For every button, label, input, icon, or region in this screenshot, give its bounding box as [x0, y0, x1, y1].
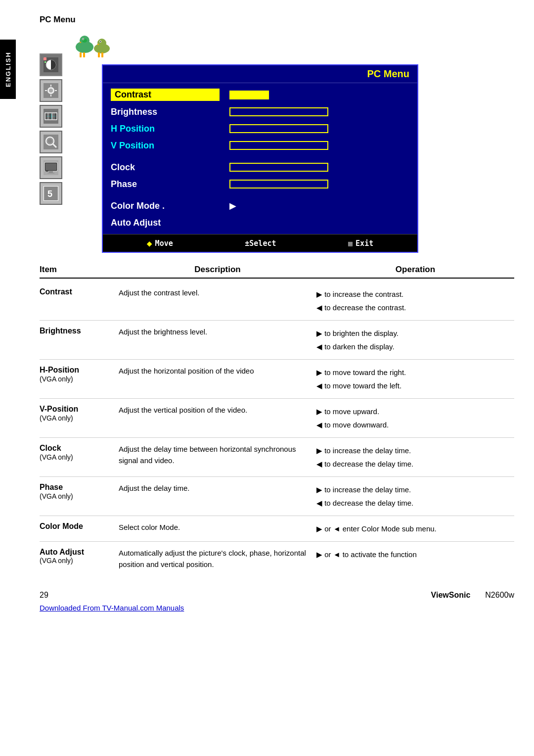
svg-text:5: 5: [47, 189, 52, 199]
table-row: Color Mode Select color Mode. or ◄ enter…: [40, 516, 514, 542]
menu-item-brightness[interactable]: Brightness: [103, 103, 417, 120]
op-hposition-left: to move toward the left.: [316, 379, 514, 392]
spacer-2: [103, 192, 417, 197]
menu-item-clock-label: Clock: [111, 162, 220, 173]
hposition-bar: [229, 124, 328, 133]
desc-autoadjust: Automatically adjust the picture's clock…: [119, 548, 316, 570]
op-hposition: to move toward the right. to move toward…: [316, 366, 514, 392]
menu-item-autoadjust[interactable]: Auto Adjust: [103, 214, 417, 231]
english-tab: ENGLISH: [0, 40, 16, 99]
item-phase-sub: (VGA only): [40, 492, 73, 500]
item-colormode: Color Mode: [40, 522, 119, 531]
spacer-1: [103, 154, 417, 159]
page-number: 29: [40, 591, 48, 600]
exit-label: Exit: [356, 239, 373, 248]
brand-info: ViewSonic N2600w: [431, 591, 514, 600]
item-phase: Phase (VGA only): [40, 483, 119, 501]
phase-bar-container: [229, 180, 409, 189]
menu-item-contrast-label: Contrast: [111, 89, 220, 101]
op-phase-decrease: to decrease the delay time.: [316, 496, 514, 510]
menu-item-colormode[interactable]: Color Mode . ▶: [103, 197, 417, 214]
menu-item-vposition[interactable]: V Position: [103, 137, 417, 154]
item-brightness: Brightness: [40, 327, 119, 335]
vposition-bar-container: [229, 141, 409, 150]
header-operation: Operation: [316, 265, 514, 275]
menu-item-hposition-label: H Position: [111, 124, 220, 134]
menu-item-autoadjust-label: Auto Adjust: [111, 218, 220, 228]
item-clock: Clock (VGA only): [40, 444, 119, 462]
svg-point-42: [100, 41, 101, 42]
menu-item-phase[interactable]: Phase: [103, 176, 417, 192]
move-button: ◆ Move: [147, 238, 173, 248]
select-label: ±Select: [245, 239, 276, 248]
op-colormode-enter: or ◄ enter Color Mode sub menu.: [316, 522, 514, 535]
exit-grid-icon: ▦: [348, 239, 353, 248]
svg-rect-47: [101, 52, 103, 57]
svg-rect-29: [47, 173, 54, 174]
item-clock-sub: (VGA only): [40, 453, 73, 461]
exit-button: ▦ Exit: [348, 239, 373, 248]
table-row: V-Position (VGA only) Adjust the vertica…: [40, 399, 514, 438]
svg-rect-20: [55, 113, 56, 119]
table-header: Item Description Operation: [40, 265, 514, 279]
clock-bar-container: [229, 163, 409, 172]
select-button: ±Select: [245, 239, 276, 248]
desc-colormode: Select color Mode.: [119, 522, 316, 533]
svg-rect-44: [80, 52, 82, 57]
op-autoadjust-activate: or ◄ to activate the function: [316, 548, 514, 561]
item-autoadjust: Auto Adjust (VGA only): [40, 548, 119, 565]
op-contrast-decrease: to decrease the contrast.: [316, 301, 514, 314]
desc-vposition: Adjust the vertical position of the vide…: [119, 405, 316, 416]
contrast-bar: [229, 91, 269, 99]
icon-colormode: 5: [40, 182, 62, 205]
table-row: Contrast Adjust the contrast level. to i…: [40, 282, 514, 321]
svg-rect-46: [98, 52, 100, 57]
op-hposition-right: to move toward the right.: [316, 366, 514, 379]
icon-brightness: [40, 79, 62, 102]
svg-rect-45: [83, 52, 85, 57]
menu-item-clock[interactable]: Clock: [103, 159, 417, 176]
op-autoadjust: or ◄ to activate the function: [316, 548, 514, 561]
menu-item-hposition[interactable]: H Position: [103, 120, 417, 137]
op-phase-increase: to increase the delay time.: [316, 483, 514, 496]
svg-rect-17: [49, 113, 51, 119]
menu-item-brightness-label: Brightness: [111, 107, 220, 117]
op-clock-increase: to increase the delay time.: [316, 444, 514, 457]
brightness-bar: [229, 107, 328, 116]
svg-point-6: [49, 89, 53, 93]
item-hposition: H-Position (VGA only): [40, 366, 119, 383]
brightness-bar-container: [229, 107, 409, 116]
menu-items-list: Contrast Brightness H Positi: [103, 83, 417, 234]
menu-item-colormode-label: Color Mode .: [111, 201, 220, 211]
download-link[interactable]: Downloaded From TV-Manual.com Manuals: [40, 604, 514, 612]
op-brightness-increase: to brighten the display.: [316, 327, 514, 340]
desc-phase: Adjust the delay time.: [119, 483, 316, 494]
item-vposition-sub: (VGA only): [40, 414, 73, 422]
model-number: N2600w: [485, 591, 514, 600]
menu-item-vposition-label: V Position: [111, 141, 220, 151]
desc-contrast: Adjust the contrast level.: [119, 287, 316, 299]
menu-item-contrast[interactable]: Contrast: [103, 86, 417, 103]
table-row: H-Position (VGA only) Adjust the horizon…: [40, 360, 514, 399]
bird-graphic: [72, 30, 514, 62]
op-contrast: to increase the contrast. to decrease th…: [316, 287, 514, 314]
op-vposition-up: to move upward.: [316, 405, 514, 418]
desc-clock: Adjust the delay time between horizontal…: [119, 444, 316, 466]
menu-bottom-bar: ◆ Move ±Select ▦ Exit: [103, 234, 417, 252]
colormode-arrow: ▶: [229, 200, 236, 211]
phase-bar: [229, 180, 328, 189]
table-row: Brightness Adjust the brightness level. …: [40, 321, 514, 360]
menu-title: PC Menu: [367, 68, 409, 79]
icon-hposition: [40, 105, 62, 128]
icon-clock: [40, 131, 62, 153]
page-footer: 29 ViewSonic N2600w: [40, 586, 514, 600]
move-diamond-icon: ◆: [147, 238, 152, 248]
icon-contrast: [40, 53, 62, 76]
svg-rect-19: [53, 113, 55, 119]
brand-name: ViewSonic: [431, 591, 471, 600]
op-vposition: to move upward. to move downward.: [316, 405, 514, 431]
header-item: Item: [40, 265, 119, 275]
move-label: Move: [155, 239, 173, 248]
op-clock: to increase the delay time. to decrease …: [316, 444, 514, 471]
table-row: Phase (VGA only) Adjust the delay time. …: [40, 477, 514, 516]
